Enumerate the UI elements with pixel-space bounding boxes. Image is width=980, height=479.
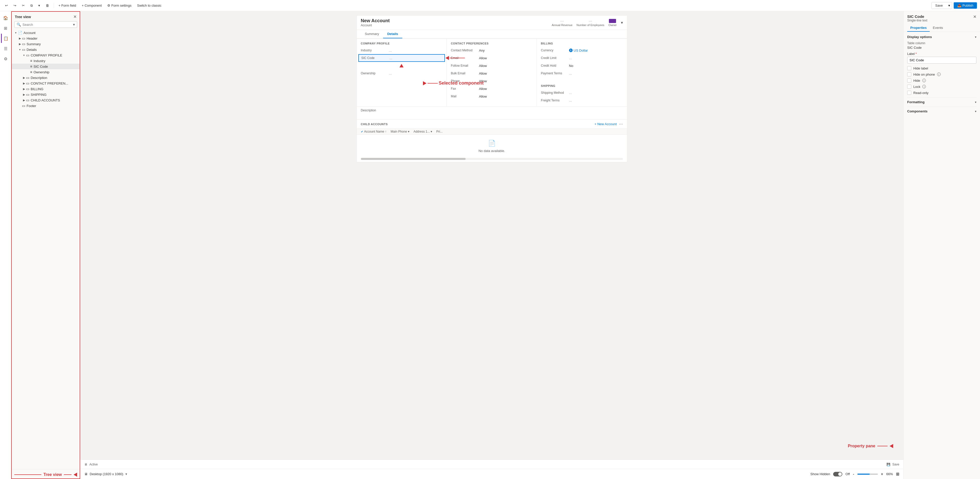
currency-icon: $ (569, 49, 573, 52)
tree-item-account[interactable]: ▾ 📄 Account (12, 30, 80, 35)
annual-revenue-field: ··· Annual Revenue (552, 19, 573, 27)
read-only-checkbox[interactable] (907, 91, 911, 95)
tree-item-contact-prefs[interactable]: ▶ ▭ CONTACT PREFEREN... (12, 81, 80, 86)
save-dropdown-button[interactable]: ▾ (947, 2, 952, 9)
child-accounts-more-button[interactable]: ⋯ (619, 122, 623, 126)
mail-value: Allow (479, 94, 533, 99)
publish-button[interactable]: 📤 Publish (954, 2, 977, 9)
display-options-header[interactable]: Display options ▾ (907, 35, 977, 39)
chevron-description: ▶ (22, 76, 26, 80)
device-label: Desktop (1920 x 1080) (90, 472, 123, 476)
contact-prefs-icon: ▭ (26, 81, 29, 85)
search-input[interactable] (22, 23, 72, 27)
form-top-expand-button[interactable]: ▾ (621, 20, 623, 25)
hide-info-icon[interactable]: i (922, 79, 926, 82)
lock-checkbox[interactable] (907, 84, 911, 89)
save-button[interactable]: Save (932, 2, 947, 9)
tree-item-footer[interactable]: ▭ Footer (12, 103, 80, 108)
freight-terms-label: Freight Terms (541, 99, 569, 102)
history-button[interactable]: ▾ (36, 3, 42, 8)
right-panel-close-button[interactable]: ✕ (973, 14, 977, 19)
tree-label-summary: Summary (27, 42, 41, 46)
shipping-title: SHIPPING (537, 81, 627, 89)
cut-button[interactable]: ✂ (20, 3, 27, 8)
right-panel-header: SIC Code Single-line text ✕ (904, 11, 980, 24)
tree-annotation-line-right (64, 474, 72, 475)
hide-checkbox[interactable] (907, 78, 911, 83)
undo-button[interactable]: ↩ (3, 3, 10, 8)
tree-label-footer: Footer (27, 104, 36, 108)
tab-events[interactable]: Events (930, 24, 946, 32)
form-field-button[interactable]: + Form field (56, 3, 78, 8)
bottom-left: 🖥 Desktop (1920 x 1080) ▾ (84, 472, 127, 476)
tree-item-header[interactable]: ▶ ▭ Header (12, 35, 80, 41)
tree-label-industry: Industry (33, 59, 45, 63)
tree-item-details[interactable]: ▾ ▭ Details (12, 47, 80, 53)
tree-item-summary[interactable]: ▶ ▭ Summary (12, 41, 80, 47)
show-hidden-toggle[interactable] (833, 472, 842, 476)
child-accounts-scrollbar[interactable] (361, 158, 623, 160)
lock-info-icon[interactable]: i (922, 85, 926, 88)
settings-icon-btn[interactable]: ⚙ (1, 54, 10, 64)
form-settings-button[interactable]: ⚙ Form settings (105, 3, 133, 8)
tree-annotation-line (14, 474, 41, 475)
copy-button[interactable]: ⧉ (29, 3, 35, 9)
layers-icon-btn[interactable]: ☰ (1, 44, 10, 53)
chevron-summary: ▶ (18, 42, 22, 46)
shipping-method-value: ... (569, 91, 623, 95)
industry-row: Industry ... (357, 46, 447, 54)
industry-icon: ≡ (30, 59, 32, 63)
hide-on-phone-checkbox[interactable] (907, 72, 911, 76)
home-icon-btn[interactable]: 🏠 (1, 13, 10, 22)
chevron-shipping: ▶ (22, 93, 26, 96)
tree-item-description[interactable]: ▶ ▭ Description (12, 75, 80, 81)
canvas-scroll[interactable]: New Account Account ··· Annual Revenue ·… (80, 11, 904, 460)
display-options-chevron: ▾ (975, 35, 977, 39)
show-hidden-label: Show Hidden (810, 472, 830, 476)
tree-item-billing[interactable]: ▶ ▭ BILLING (12, 86, 80, 92)
tree-annotation-container: Tree view (12, 469, 80, 479)
tree-item-sic-code[interactable]: ≡ SIC Code (12, 64, 80, 69)
redo-button[interactable]: ↪ (11, 3, 18, 8)
tab-details[interactable]: Details (383, 30, 402, 38)
device-icon: 🖥 (84, 463, 88, 466)
undo-icon: ↩ (5, 3, 8, 7)
tree-item-shipping[interactable]: ▶ ▭ SHIPPING (12, 92, 80, 97)
grid-icon-btn[interactable]: ⊞ (1, 24, 10, 33)
forms-icon-btn[interactable]: 📋 (1, 34, 10, 43)
tree-label-header: Header (27, 37, 38, 40)
canvas-status-right: 💾 Save (886, 463, 899, 466)
tree-item-company-profile[interactable]: ▾ ▭ COMPANY PROFILE (12, 53, 80, 58)
hide-on-phone-info-icon[interactable]: i (937, 73, 941, 76)
tree-view-title: Tree view (15, 15, 31, 19)
contact-prefs-section: CONTACT PREFERENCES Contact Method Any E… (447, 39, 537, 106)
fullscreen-button[interactable]: ⊞ (896, 472, 899, 476)
new-account-button[interactable]: + New Account (594, 122, 617, 126)
device-dropdown-button[interactable]: ▾ (126, 472, 127, 476)
tree-item-industry[interactable]: ≡ Industry (12, 58, 80, 64)
tree-header: Tree view ✕ (12, 12, 80, 21)
components-header[interactable]: Components ▾ (907, 109, 977, 113)
child-accounts-header: CHILD ACCOUNTS + New Account ⋯ (357, 119, 627, 129)
switch-classic-button[interactable]: Switch to classic (135, 3, 164, 8)
details-icon: ▭ (22, 48, 25, 52)
label-input[interactable] (907, 57, 977, 64)
zoom-slider[interactable] (858, 474, 878, 475)
formatting-header[interactable]: Formatting ▾ (907, 100, 977, 104)
tree-search-container: 🔍 ▾ (14, 21, 77, 28)
hide-label-checkbox[interactable] (907, 66, 911, 70)
form-canvas: New Account Account ··· Annual Revenue ·… (356, 15, 627, 162)
tab-summary[interactable]: Summary (361, 30, 383, 38)
tab-properties[interactable]: Properties (907, 24, 930, 32)
sic-code-row[interactable]: SIC Code ... (358, 54, 445, 62)
zoom-minus-button[interactable]: - (853, 472, 854, 476)
tree-label-company-profile: COMPANY PROFILE (31, 53, 62, 57)
delete-button[interactable]: 🗑 (44, 3, 51, 8)
tree-item-ownership[interactable]: ≡ Ownership (12, 69, 80, 75)
component-button[interactable]: + Component (80, 3, 104, 8)
zoom-plus-button[interactable]: + (881, 472, 883, 476)
tree-close-button[interactable]: ✕ (73, 14, 76, 19)
filter-button[interactable]: ▾ (73, 22, 75, 27)
tree-item-child-accounts[interactable]: ▶ ▭ CHILD ACCOUNTS (12, 97, 80, 103)
company-profile-title: COMPANY PROFILE (357, 39, 447, 46)
